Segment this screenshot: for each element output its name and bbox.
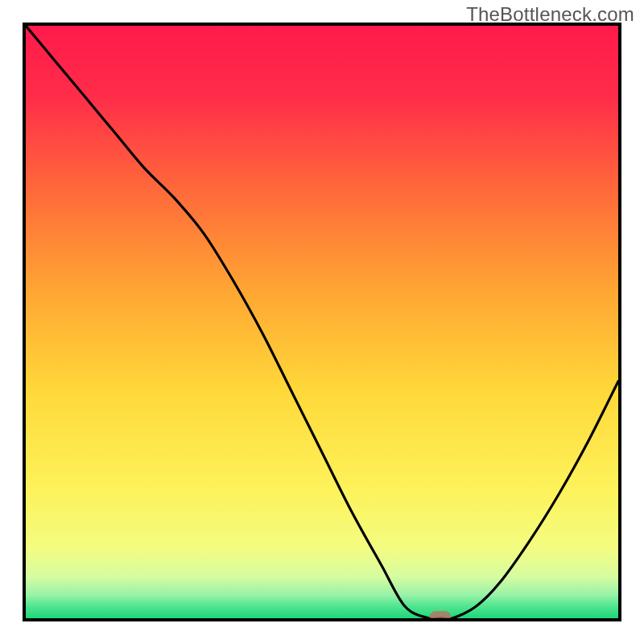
- bottleneck-curve: [26, 26, 618, 618]
- watermark-text: TheBottleneck.com: [466, 3, 634, 26]
- optimal-point-marker: [430, 611, 451, 621]
- plot-area: [23, 23, 621, 621]
- chart-frame: TheBottleneck.com: [0, 0, 644, 644]
